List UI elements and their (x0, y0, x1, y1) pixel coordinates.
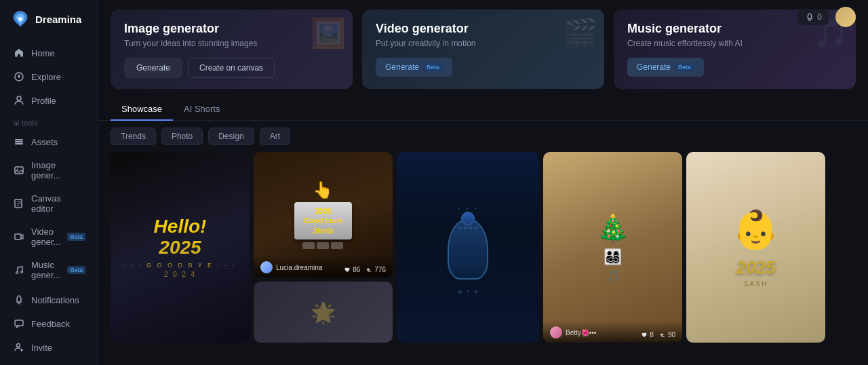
gallery-col-5: 👶 2025 SASH (686, 152, 825, 343)
main-content: 0 🖼️ Image generator Turn your ideas int… (98, 0, 868, 365)
repost-icon-2 (659, 332, 666, 339)
image-generator-card: 🖼️ Image generator Turn your ideas into … (111, 9, 353, 89)
music-generate-button[interactable]: Generate Beta (627, 58, 704, 77)
sidebar-item-image-gen-label: Image gener... (31, 160, 84, 180)
generator-cards-section: 🖼️ Image generator Turn your ideas into … (98, 0, 868, 98)
svg-point-11 (16, 272, 18, 274)
sidebar-item-music-gen-label: Music gener... (31, 260, 60, 280)
filter-art[interactable]: Art (260, 128, 290, 145)
gallery-item-hello2025[interactable]: Hello!2025 · · · G O O D B Y E · · · 2 0… (111, 152, 250, 343)
sidebar-item-profile-label: Profile (31, 96, 56, 106)
sidebar-item-home-label: Home (31, 48, 55, 58)
keyboard-reposts: 776 (366, 266, 386, 273)
gallery-item-shark[interactable]: · · · (397, 152, 539, 343)
image-gen-title: Image generator (124, 22, 339, 36)
tabs-row: Showcase AI Shorts (98, 98, 868, 121)
music-beta-badge: Beta (67, 266, 85, 274)
filter-design[interactable]: Design (208, 128, 254, 145)
ai-tools-label: AI tools (0, 113, 98, 130)
video-icon (14, 231, 24, 242)
video-beta-badge: Beta (67, 233, 85, 241)
sidebar-item-assets[interactable]: Assets (4, 130, 94, 153)
sidebar-item-assets-label: Assets (31, 137, 58, 147)
svg-point-12 (21, 271, 23, 273)
home-icon (14, 47, 24, 58)
svg-point-14 (17, 344, 20, 347)
keyboard-stats: 86 776 (344, 266, 386, 273)
sidebar-item-profile[interactable]: Profile (4, 89, 94, 112)
betty-avatar (550, 326, 562, 339)
gallery-item-christmas[interactable]: 🎄 👨‍👩‍👧‍👦 🎵 Betty🌺••• 8 (543, 152, 682, 343)
video-gen-buttons: Generate Beta (376, 58, 591, 77)
bell-icon (14, 294, 24, 305)
sidebar-item-notifications[interactable]: Notifications (4, 288, 94, 311)
message-icon (14, 318, 24, 329)
gallery-item-keyboard[interactable]: 👆 2025Good LuckStarts (254, 152, 393, 277)
heart-icon-2 (641, 332, 648, 339)
layers-icon (14, 136, 24, 147)
svg-point-3 (17, 96, 21, 100)
music-gen-beta-badge: Beta (675, 63, 694, 71)
sidebar-item-image-gen[interactable]: Image gener... (4, 154, 94, 187)
notification-button[interactable]: 0 (798, 9, 829, 25)
sidebar-item-invite[interactable]: Invite (4, 336, 94, 359)
video-generate-button[interactable]: Generate Beta (376, 58, 452, 77)
music-gen-subtitle: Create music effortlessly with AI (627, 39, 842, 48)
sidebar-item-canvas-editor[interactable]: Canvas editor (4, 187, 94, 220)
video-generator-card: 🎬 Video generator Put your creativity in… (362, 9, 604, 89)
filter-photo[interactable]: Photo (161, 128, 203, 145)
svg-point-0 (18, 17, 22, 21)
gallery-col-4: 🎄 👨‍👩‍👧‍👦 🎵 Betty🌺••• 8 (543, 152, 682, 343)
svg-rect-5 (15, 141, 23, 142)
image-gen-subtitle: Turn your ideas into stunning images (124, 39, 339, 48)
app-name: Dreamina (35, 14, 81, 25)
gallery-col-1: Hello!2025 · · · G O O D B Y E · · · 2 0… (111, 152, 250, 343)
sidebar-item-explore[interactable]: Explore (4, 65, 94, 88)
gallery: Hello!2025 · · · G O O D B Y E · · · 2 0… (98, 152, 868, 352)
sidebar-item-explore-label: Explore (31, 72, 61, 82)
music-icon (14, 265, 24, 275)
tab-showcase[interactable]: Showcase (111, 98, 173, 121)
user-plus-icon (14, 342, 24, 353)
user-icon (14, 95, 24, 106)
edit-icon (14, 198, 24, 209)
gallery-col-3: · · · (397, 152, 539, 343)
sidebar-item-video-gen-label: Video gener... (31, 227, 60, 247)
christmas-stats: 8 90 (641, 331, 675, 339)
image-generate-button[interactable]: Generate (124, 58, 182, 78)
image-gen-buttons: Generate Create on canvas (124, 58, 339, 78)
sidebar-item-notifications-label: Notifications (31, 295, 79, 305)
sidebar-item-feedback[interactable]: Feedback (4, 312, 94, 335)
user-avatar[interactable] (835, 7, 856, 27)
filter-trends[interactable]: Trends (111, 128, 156, 145)
christmas-overlay: Betty🌺••• 8 90 (543, 321, 682, 343)
sidebar-item-music-gen[interactable]: Music gener... Beta (4, 254, 94, 286)
svg-marker-2 (18, 74, 20, 78)
dreamina-logo-icon (9, 8, 31, 30)
gallery-item-small1[interactable]: 🌟 (254, 282, 393, 343)
sidebar-nav-top: Home Explore Profile (0, 41, 98, 113)
sidebar: Dreamina Home Explore Profile AI tools (0, 0, 98, 365)
christmas-author: Betty🌺••• (550, 326, 596, 339)
sidebar-item-video-gen[interactable]: Video gener... Beta (4, 220, 94, 253)
bell-header-icon (805, 12, 814, 22)
svg-point-8 (17, 169, 18, 170)
notif-count: 0 (817, 12, 822, 22)
lucia-avatar (260, 261, 273, 273)
keyboard-overlay: Lucia.dreamina 86 776 (254, 256, 393, 277)
svg-rect-13 (15, 320, 23, 326)
tab-ai-shorts[interactable]: AI Shorts (173, 98, 231, 121)
sidebar-nav-tools: Assets Image gener... Canvas editor Vide… (0, 130, 98, 287)
keyboard-likes: 86 (344, 266, 360, 273)
keyboard-author: Lucia.dreamina (260, 261, 322, 273)
gallery-item-baby[interactable]: 👶 2025 SASH (686, 152, 825, 343)
gallery-col-2: 👆 2025Good LuckStarts (254, 152, 393, 343)
sidebar-item-canvas-label: Canvas editor (31, 193, 84, 214)
sidebar-item-invite-label: Invite (31, 343, 52, 353)
repost-icon (366, 267, 372, 273)
video-gen-subtitle: Put your creativity in motion (376, 39, 591, 48)
logo[interactable]: Dreamina (0, 0, 98, 38)
sidebar-item-home[interactable]: Home (4, 41, 94, 64)
create-on-canvas-button[interactable]: Create on canvas (188, 58, 275, 78)
music-gen-buttons: Generate Beta (627, 58, 842, 77)
